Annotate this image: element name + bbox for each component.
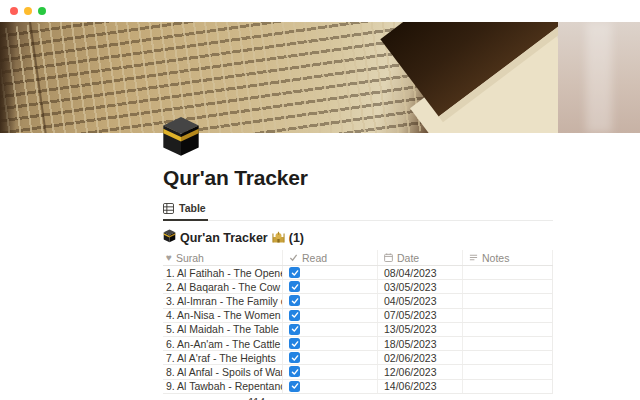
tab-table[interactable]: Table <box>163 200 208 221</box>
date-cell[interactable]: 13/05/2023 <box>378 323 463 336</box>
text-lines-icon <box>469 253 478 262</box>
read-checkbox[interactable] <box>289 267 300 278</box>
browser-titlebar <box>0 0 640 22</box>
table-view-icon <box>163 203 174 214</box>
check-icon <box>289 253 298 262</box>
table-row: 7. Al A'raf - The Heights 02/06/2023 <box>163 351 553 365</box>
view-tabs: Table <box>163 200 553 221</box>
column-label: Date <box>397 252 419 264</box>
read-cell <box>283 351 378 364</box>
read-checkbox[interactable] <box>289 281 300 292</box>
collection-title: Qur'an Tracker <box>180 231 268 245</box>
read-cell <box>283 323 378 336</box>
date-cell[interactable]: 03/05/2023 <box>378 280 463 293</box>
cover-left-book-edge <box>0 22 16 133</box>
notion-window: Qur'an Tracker Table Qur'an Tracker <box>0 0 640 400</box>
read-cell <box>283 280 378 293</box>
table-body: 1. Al Fatihah - The Opener 08/04/2023 2.… <box>163 266 553 394</box>
count-calculation[interactable]: COUNT 114 <box>163 396 283 400</box>
kaaba-icon <box>163 229 176 247</box>
close-button[interactable] <box>10 7 18 15</box>
read-cell <box>283 309 378 322</box>
date-cell[interactable]: 14/06/2023 <box>378 380 463 393</box>
surah-cell[interactable]: 7. Al A'raf - The Heights <box>163 351 283 364</box>
collection-count: (1) <box>289 231 304 245</box>
table-row: 2. Al Baqarah - The Cow 03/05/2023 <box>163 280 553 294</box>
notes-cell[interactable] <box>463 280 553 293</box>
zoom-button[interactable] <box>38 7 46 15</box>
table-row: 5. Al Maidah - The Table Spread 13/05/20… <box>163 323 553 337</box>
read-checkbox[interactable] <box>289 352 300 363</box>
cover-highlight <box>586 22 612 133</box>
date-cell[interactable]: 02/06/2023 <box>378 351 463 364</box>
page-title[interactable]: Qur'an Tracker <box>163 166 553 190</box>
kaaba-icon[interactable] <box>161 116 201 158</box>
read-checkbox[interactable] <box>289 381 300 392</box>
notes-cell[interactable] <box>463 365 553 378</box>
column-header-surah[interactable]: ♥ Surah <box>163 250 283 265</box>
surah-cell[interactable]: 8. Al Anfal - Spoils of War <box>163 365 283 378</box>
date-cell[interactable]: 18/05/2023 <box>378 337 463 350</box>
column-label: Notes <box>482 252 509 264</box>
table-row: 4. An-Nisa - The Women 07/05/2023 <box>163 309 553 323</box>
notes-cell[interactable] <box>463 380 553 393</box>
read-cell <box>283 365 378 378</box>
read-checkbox[interactable] <box>289 324 300 335</box>
table-row: 3. Al-Imran - The Family of Imran 04/05/… <box>163 294 553 308</box>
column-label: Read <box>302 252 327 264</box>
surah-cell[interactable]: 4. An-Nisa - The Women <box>163 309 283 322</box>
notes-cell[interactable] <box>463 309 553 322</box>
column-header-notes[interactable]: Notes <box>463 250 553 265</box>
read-checkbox[interactable] <box>289 338 300 349</box>
date-cell[interactable]: 07/05/2023 <box>378 309 463 322</box>
date-cell[interactable]: 12/06/2023 <box>378 365 463 378</box>
notes-cell[interactable] <box>463 337 553 350</box>
column-header-read[interactable]: Read <box>283 250 378 265</box>
tab-table-label: Table <box>179 202 206 214</box>
surah-cell[interactable]: 5. Al Maidah - The Table Spread <box>163 323 283 336</box>
table-row: 8. Al Anfal - Spoils of War 12/06/2023 <box>163 365 553 379</box>
calendar-icon <box>384 253 393 262</box>
column-header-date[interactable]: Date <box>378 250 463 265</box>
notes-cell[interactable] <box>463 351 553 364</box>
date-cell[interactable]: 08/04/2023 <box>378 266 463 279</box>
surah-cell[interactable]: 1. Al Fatihah - The Opener <box>163 266 283 279</box>
surah-cell[interactable]: 3. Al-Imran - The Family of Imran <box>163 294 283 307</box>
database-table: ♥ Surah Read Date <box>163 250 553 400</box>
read-checkbox[interactable] <box>289 310 300 321</box>
read-cell <box>283 380 378 393</box>
read-cell <box>283 294 378 307</box>
read-cell <box>283 266 378 279</box>
read-checkbox[interactable] <box>289 366 300 377</box>
notes-cell[interactable] <box>463 323 553 336</box>
collection-title-bar[interactable]: Qur'an Tracker (1) <box>163 230 553 246</box>
count-value: 114 <box>248 396 265 400</box>
table-row: 1. Al Fatihah - The Opener 08/04/2023 <box>163 266 553 280</box>
notes-cell[interactable] <box>463 294 553 307</box>
notes-cell[interactable] <box>463 266 553 279</box>
page-content: Qur'an Tracker Table Qur'an Tracker <box>0 133 640 400</box>
table-footer: COUNT 114 <box>163 394 553 400</box>
surah-cell[interactable]: 6. An-An'am - The Cattle <box>163 337 283 350</box>
date-cell[interactable]: 04/05/2023 <box>378 294 463 307</box>
table-row: 9. Al Tawbah - Repentance 14/06/2023 <box>163 380 553 394</box>
mosque-icon <box>272 229 285 247</box>
cover-image <box>0 22 640 133</box>
surah-cell[interactable]: 2. Al Baqarah - The Cow <box>163 280 283 293</box>
table-row: 6. An-An'am - The Cattle 18/05/2023 <box>163 337 553 351</box>
table-header-row: ♥ Surah Read Date <box>163 250 553 266</box>
minimize-button[interactable] <box>24 7 32 15</box>
column-label: Surah <box>176 252 204 264</box>
surah-cell[interactable]: 9. Al Tawbah - Repentance <box>163 380 283 393</box>
read-cell <box>283 337 378 350</box>
read-checkbox[interactable] <box>289 295 300 306</box>
heart-icon: ♥ <box>166 252 172 263</box>
